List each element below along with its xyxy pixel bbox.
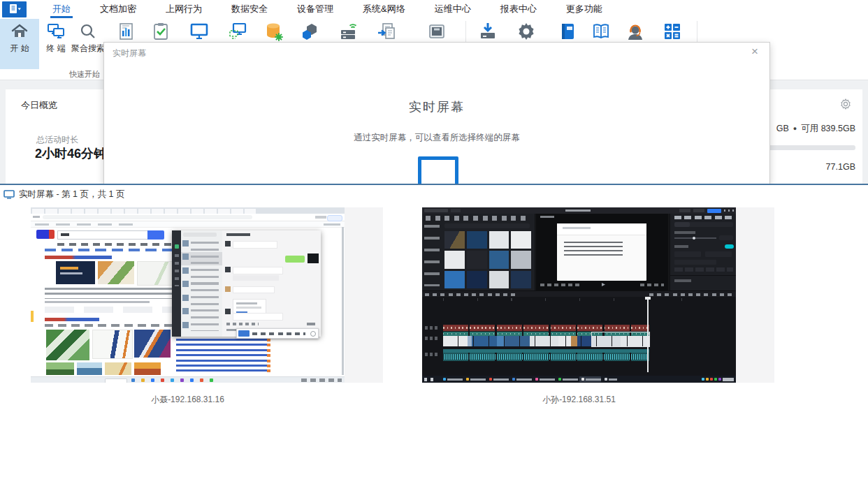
tab-system-network[interactable]: 系统&网络 — [348, 0, 420, 18]
software-install-icon[interactable] — [478, 22, 498, 41]
taskbar-icons — [131, 378, 236, 383]
baidu-logo — [36, 230, 55, 239]
remote-desktop-icon[interactable] — [228, 22, 247, 41]
china-map-white — [92, 330, 133, 359]
network-port-icon[interactable] — [427, 22, 447, 41]
hot-links-badges — [267, 339, 270, 375]
result-heading-2 — [45, 318, 99, 321]
tab-doc-encryption[interactable]: 文档加密 — [85, 0, 151, 18]
home-icon — [10, 22, 29, 41]
taskbar-tray-dark — [702, 378, 734, 381]
menu-bar: 开始 文档加密 上网行为 数据安全 设备管理 系统&网络 运维中心 报表中心 更… — [0, 0, 868, 18]
realtime-screen-icon[interactable] — [189, 22, 209, 41]
browser-address-bar — [31, 214, 345, 221]
home-label: 开 始 — [0, 43, 39, 54]
blue-divider — [0, 184, 868, 185]
screen-label: 小孙-192.168.31.51 — [422, 394, 736, 406]
activity-duration-value: 2小时46分钟 — [35, 145, 106, 162]
browser-tab-strip — [31, 207, 345, 214]
server-wifi-icon[interactable] — [338, 22, 358, 41]
close-icon[interactable]: × — [751, 45, 758, 59]
terminals-label: 终 端 — [41, 43, 71, 54]
preview-document — [557, 223, 646, 281]
taskbar-search-box — [105, 378, 127, 383]
screens-grid: 小聂-192.168.31.16 — [0, 203, 868, 500]
search-button — [147, 230, 164, 240]
search-icon — [78, 22, 98, 41]
subtitle-track — [443, 325, 649, 331]
search-box — [57, 230, 148, 240]
dialog-heading: 实时屏幕 — [104, 98, 769, 115]
aggregate-search-label: 聚合搜索 — [71, 43, 105, 54]
file-transfer-icon[interactable] — [377, 22, 396, 41]
tab-web-behavior[interactable]: 上网行为 — [151, 0, 217, 18]
ime-candidate-bar — [236, 328, 319, 339]
media-library-panel — [422, 214, 535, 291]
document-library-icon[interactable] — [591, 22, 611, 41]
terminals-button[interactable]: 终 端 — [41, 19, 71, 69]
screen-thumbnail-xiaonie[interactable] — [31, 207, 345, 383]
report-document-icon[interactable] — [117, 22, 136, 41]
screen-thumbnail-xiaosun[interactable] — [422, 207, 736, 383]
assets-cube-icon[interactable] — [301, 22, 320, 41]
photo-thumb — [46, 362, 74, 375]
monitor-small-icon — [3, 190, 15, 199]
monitor-icon — [418, 156, 458, 185]
disk-availability-text: GB●可用 839.5GB — [776, 123, 855, 135]
result-heading — [45, 256, 112, 259]
selected-clip-outline — [591, 332, 650, 347]
wechat-toolbar — [226, 323, 259, 325]
map-image-promo — [56, 261, 95, 284]
result-status-bar: 实时屏幕 - 第 1 页，共 1 页 — [0, 185, 868, 203]
media-sidebar — [424, 225, 440, 286]
video-track — [443, 332, 649, 346]
settings-gear-icon[interactable] — [516, 22, 536, 41]
audio-waveform — [444, 354, 648, 360]
photo-thumb — [77, 362, 102, 375]
map-image — [137, 261, 175, 286]
checklist-icon[interactable] — [151, 22, 171, 41]
action-chip-row — [45, 307, 191, 313]
app-menu-button[interactable] — [2, 1, 27, 17]
card-settings-gear-icon[interactable] — [840, 98, 851, 110]
timeline-ruler — [443, 298, 716, 301]
tab-more-features[interactable]: 更多功能 — [551, 0, 617, 18]
hot-links-list — [176, 339, 267, 375]
license-calculator-icon[interactable] — [663, 22, 682, 41]
tab-data-security[interactable]: 数据安全 — [217, 0, 282, 18]
media-grid — [444, 231, 531, 288]
home-button[interactable]: 开 始 — [0, 19, 39, 69]
editor-title-bar — [422, 207, 736, 214]
wechat-chat-list — [181, 230, 223, 337]
database-icon[interactable] — [263, 22, 283, 41]
tab-device-mgmt[interactable]: 设备管理 — [282, 0, 348, 18]
support-agent-icon[interactable] — [625, 22, 645, 41]
timeline-panel — [422, 297, 736, 376]
export-button — [707, 209, 721, 213]
realtime-screen-dialog: 实时屏幕 × 实时屏幕 通过实时屏幕，可以查看所选择终端的屏幕 — [103, 42, 770, 185]
manual-book-icon[interactable] — [558, 22, 577, 41]
china-map-blue — [134, 330, 171, 358]
today-overview-title: 今日概览 — [21, 99, 57, 112]
bullet-icon: ● — [793, 125, 797, 132]
playhead — [647, 297, 649, 372]
screen-cell: 小孙-192.168.31.51 — [422, 207, 774, 383]
disk-used-value: 77.1GB — [826, 162, 855, 172]
browser-scrollbar — [342, 227, 344, 375]
tab-ops-center[interactable]: 运维中心 — [420, 0, 486, 18]
bookmarks-bar — [31, 221, 345, 228]
taskbar-app-chips — [441, 376, 619, 382]
taskbar-tray — [301, 378, 342, 382]
wechat-sidebar — [172, 230, 181, 337]
status-text: 实时屏幕 - 第 1 页，共 1 页 — [19, 189, 124, 200]
console-window: 开始 文档加密 上网行为 数据安全 设备管理 系统&网络 运维中心 报表中心 更… — [0, 0, 868, 500]
aggregate-search-button[interactable]: 聚合搜索 — [71, 19, 105, 69]
wechat-chat-area — [222, 230, 321, 337]
audio-track — [443, 349, 649, 361]
tab-report-center[interactable]: 报表中心 — [486, 0, 551, 18]
properties-panel — [670, 214, 736, 291]
tab-start[interactable]: 开始 — [38, 0, 85, 18]
photo-thumb — [134, 362, 161, 375]
screen-label: 小聂-192.168.31.16 — [31, 394, 345, 406]
slider-handle — [693, 237, 695, 240]
